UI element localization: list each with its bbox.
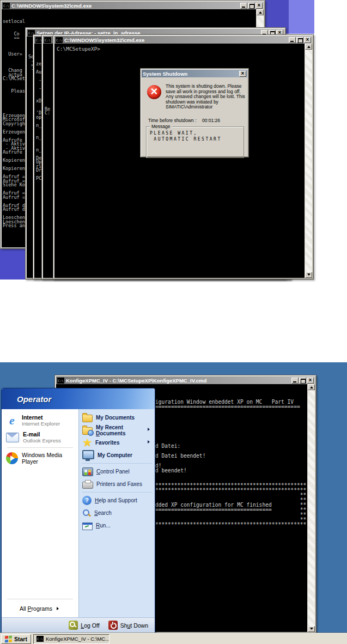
- taskbar-task-konfigexpmc[interactable]: C:\ KonfigeXPMC_IV - C:\MC...: [33, 634, 109, 644]
- window-title: C:\WINDOWS\system32\cmd.exe: [11, 3, 239, 9]
- maximize-button[interactable]: [299, 378, 306, 384]
- item-subtitle: Outlook Express: [23, 438, 61, 443]
- scroll-down-button[interactable]: [305, 272, 312, 278]
- item-subtitle: Internet Explorer: [22, 421, 60, 427]
- minimize-button[interactable]: [289, 37, 296, 43]
- separator: [7, 447, 73, 448]
- windows-flag-icon: [5, 635, 12, 642]
- start-menu-left-column: e Internet Internet Explorer E-mail Outl…: [2, 409, 79, 617]
- my-documents-icon: [82, 415, 93, 422]
- titlebar[interactable]: C:\ KonfigeXPMC_IV - C:\MCSetupeXP\Konfi…: [56, 376, 315, 384]
- scrollbar[interactable]: [305, 44, 312, 278]
- help-icon: [82, 496, 92, 505]
- log-off-key-icon: [69, 621, 78, 630]
- minimize-button[interactable]: [240, 3, 247, 9]
- error-icon: [147, 85, 161, 99]
- scroll-up-button[interactable]: [257, 9, 264, 15]
- dialog-close-button[interactable]: [239, 71, 246, 77]
- media-player-icon: [6, 452, 18, 464]
- separator: [82, 492, 152, 493]
- maximize-button[interactable]: [296, 37, 303, 43]
- desktop-background: [0, 248, 28, 280]
- email-icon: [6, 433, 19, 442]
- log-off-label: Log Off: [81, 622, 99, 629]
- menu-item-email[interactable]: E-mail Outlook Express: [2, 429, 78, 446]
- internet-explorer-icon: e: [6, 415, 18, 427]
- menu-item-printers-and-faxes[interactable]: Printers and Faxes: [79, 478, 155, 490]
- window-cmd-front: C:\ C:\WINDOWS\system32\cmd.exe C:\MCSet…: [53, 34, 314, 280]
- cmd-icon: C:\: [44, 37, 51, 43]
- item-title: Internet: [22, 414, 60, 421]
- menu-item-internet[interactable]: e Internet Internet Explorer: [2, 412, 78, 429]
- titlebar[interactable]: C:\ C:\WINDOWS\system32\cmd.exe: [2, 2, 264, 9]
- dialog-title: System Shutdown: [143, 71, 238, 77]
- menu-item-run[interactable]: Run...: [79, 519, 155, 532]
- menu-item-my-computer[interactable]: My Computer: [79, 449, 155, 461]
- printer-icon: [82, 482, 93, 489]
- scrollbar[interactable]: [308, 384, 315, 632]
- desktop-background: [289, 0, 314, 34]
- menu-item-my-documents[interactable]: My Documents: [79, 411, 155, 424]
- search-icon: [82, 509, 91, 518]
- start-menu-right-column: My Documents My Recent Documents Favorit…: [79, 409, 155, 617]
- empty-space: [2, 467, 78, 597]
- menu-item-search[interactable]: Search: [79, 507, 155, 519]
- cmd-icon: C:\: [3, 3, 10, 9]
- close-button[interactable]: [307, 378, 314, 384]
- start-menu-footer: Log Off Shut Down: [2, 617, 155, 633]
- item-title: Windows Media Player: [22, 452, 76, 465]
- menu-item-control-panel[interactable]: Control Panel: [79, 465, 155, 478]
- start-menu-header: Operator: [2, 388, 155, 409]
- shut-down-label: Shut Down: [120, 622, 148, 629]
- control-panel-icon: [82, 467, 93, 476]
- taskbar: Start C:\ KonfigeXPMC_IV - C:\MC...: [0, 633, 347, 644]
- shut-down-power-icon: [108, 621, 118, 630]
- start-menu: Operator e Internet Internet Explorer E-…: [1, 388, 155, 633]
- submenu-arrow-icon: [148, 440, 151, 443]
- system-shutdown-dialog: System Shutdown This system is shutting …: [140, 68, 249, 157]
- task-label: KonfigeXPMC_IV - C:\MC...: [46, 636, 109, 642]
- cmd-icon: C:\: [56, 37, 63, 43]
- window-title: C:\WINDOWS\system32\cmd.exe: [64, 37, 287, 43]
- user-name: Operator: [17, 394, 51, 404]
- console-output: C:\MCSetupeXP>: [54, 44, 305, 51]
- cmd-icon: C:\: [36, 636, 44, 642]
- titlebar[interactable]: C:\ C:\WINDOWS\system32\cmd.exe: [54, 36, 312, 44]
- menu-item-windows-media-player[interactable]: Windows Media Player: [2, 449, 78, 467]
- time-value: 00:01:26: [202, 118, 220, 123]
- scroll-down-button[interactable]: [308, 626, 315, 632]
- clock-overlay-icon: [88, 430, 94, 436]
- run-icon: [82, 523, 93, 530]
- menu-item-help-and-support[interactable]: Help and Support: [79, 494, 155, 507]
- start-button[interactable]: Start: [1, 634, 31, 644]
- separator: [7, 599, 73, 599]
- shutdown-message: This system is shutting down. Please sav…: [166, 84, 245, 110]
- favorites-star-icon: [82, 438, 92, 447]
- close-button[interactable]: [304, 37, 311, 43]
- all-programs-label: All Programs: [20, 605, 52, 612]
- item-title: E-mail: [23, 431, 61, 438]
- separator: [82, 463, 152, 464]
- maximize-button[interactable]: [248, 3, 255, 9]
- scroll-up-button[interactable]: [308, 384, 315, 390]
- recent-documents-icon: [82, 427, 93, 435]
- close-button[interactable]: [255, 3, 263, 9]
- dialog-body: This system is shutting down. Please sav…: [141, 76, 248, 157]
- shut-down-button[interactable]: Shut Down: [108, 621, 148, 630]
- submenu-arrow-icon: [148, 428, 151, 431]
- scroll-up-button[interactable]: [305, 44, 312, 50]
- groupbox-label: Message: [150, 124, 172, 129]
- window-title: KonfigeXPMC_IV - C:\MCSetupeXP\KonfigeXP…: [66, 378, 290, 384]
- menu-item-favorites[interactable]: Favorites: [79, 436, 155, 449]
- submenu-arrow-icon: [57, 607, 60, 610]
- menu-item-my-recent-documents[interactable]: My Recent Documents: [79, 424, 155, 436]
- time-label: Time before shutdown :: [148, 118, 197, 123]
- log-off-button[interactable]: Log Off: [69, 621, 99, 630]
- cmd-icon: C:\: [57, 378, 64, 384]
- my-computer-icon: [82, 450, 94, 459]
- minimize-button[interactable]: [291, 378, 299, 384]
- start-label: Start: [14, 636, 27, 642]
- groupbox-message: PLEASE WAIT, AUTOMATIC RESTART: [150, 130, 243, 142]
- message-groupbox: Message PLEASE WAIT, AUTOMATIC RESTART: [146, 126, 244, 158]
- all-programs-button[interactable]: All Programs: [2, 601, 78, 617]
